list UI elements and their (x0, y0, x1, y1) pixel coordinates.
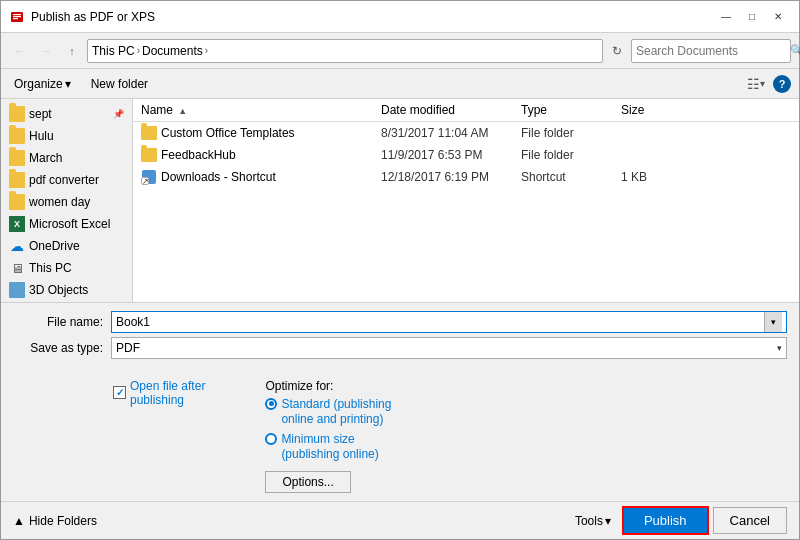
file-name-input-wrap: ▾ (111, 311, 787, 333)
file-list: Name ▲ Date modified Type Size Custom Of… (133, 99, 799, 302)
check-mark: ✓ (116, 387, 124, 398)
standard-radio-button[interactable] (265, 398, 277, 410)
file-name-label: Custom Office Templates (161, 126, 295, 140)
sidebar-item-excel[interactable]: X Microsoft Excel (1, 213, 132, 235)
save-as-type-select[interactable]: PDF ▾ (111, 337, 787, 359)
sidebar-item-label: Microsoft Excel (29, 217, 110, 231)
dialog-icon (9, 9, 25, 25)
hide-folders-button[interactable]: ▲ Hide Folders (13, 514, 97, 528)
sidebar-item-march[interactable]: March (1, 147, 132, 169)
sidebar-item-label: Hulu (29, 129, 54, 143)
sort-arrow-icon: ▲ (178, 106, 187, 116)
file-date-cell: 11/9/2017 6:53 PM (381, 148, 521, 162)
standard-radio-row: Standard (publishing online and printing… (265, 397, 391, 428)
folder-icon (9, 150, 25, 166)
view-button[interactable]: ☷ ▾ (747, 76, 765, 92)
minimize-button[interactable]: — (713, 6, 739, 28)
table-row[interactable]: FeedbackHub 11/9/2017 6:53 PM File folde… (133, 144, 799, 166)
file-name-dropdown-button[interactable]: ▾ (764, 312, 782, 332)
file-name-cell: FeedbackHub (141, 148, 381, 162)
minimum-radio-button[interactable] (265, 433, 277, 445)
column-size[interactable]: Size (621, 103, 681, 117)
hide-folders-label: Hide Folders (29, 514, 97, 528)
forward-button[interactable]: → (35, 40, 57, 62)
file-name-cell: ↗ Downloads - Shortcut (141, 169, 381, 185)
svg-rect-1 (13, 14, 21, 15)
sidebar-item-label: This PC (29, 261, 72, 275)
minimum-label2: (publishing online) (281, 447, 378, 463)
sidebar-item-pdf-converter[interactable]: pdf converter (1, 169, 132, 191)
onedrive-icon: ☁ (9, 238, 25, 254)
sidebar-item-thispc[interactable]: 🖥 This PC (1, 257, 132, 279)
footer: ▲ Hide Folders Tools ▾ Publish Cancel (1, 501, 799, 539)
sidebar-item-3d-objects[interactable]: 3D Objects (1, 279, 132, 301)
sidebar-item-women-day[interactable]: women day (1, 191, 132, 213)
save-as-type-value: PDF (116, 341, 777, 355)
dialog-publish-pdf: Publish as PDF or XPS — □ ✕ ← → ↑ This P… (0, 0, 800, 540)
search-icon: 🔍 (790, 44, 800, 57)
thispc-icon: 🖥 (9, 260, 25, 276)
excel-icon: X (9, 216, 25, 232)
publish-button[interactable]: Publish (622, 506, 709, 535)
dialog-title: Publish as PDF or XPS (31, 10, 713, 24)
refresh-button[interactable]: ↻ (607, 41, 627, 61)
bottom-form: File name: ▾ Save as type: PDF ▾ (1, 302, 799, 371)
file-list-header: Name ▲ Date modified Type Size (133, 99, 799, 122)
sidebar-item-label: women day (29, 195, 90, 209)
cancel-button[interactable]: Cancel (713, 507, 787, 534)
help-button[interactable]: ? (773, 75, 791, 93)
standard-label2: online and printing) (281, 412, 391, 428)
up-button[interactable]: ↑ (61, 40, 83, 62)
folder-icon (141, 126, 157, 140)
open-file-checkbox-wrap[interactable]: ✓ (113, 386, 126, 399)
standard-label: Standard (publishing (281, 397, 391, 413)
breadcrumb: This PC › Documents › (92, 44, 208, 58)
optimize-label: Optimize for: (265, 379, 391, 393)
sidebar-item-sept[interactable]: sept 📌 (1, 103, 132, 125)
open-after-label: Open file after (130, 379, 205, 393)
maximize-button[interactable]: □ (739, 6, 765, 28)
file-size-cell: 1 KB (621, 170, 681, 184)
breadcrumb-documents[interactable]: Documents (142, 44, 203, 58)
organize-button[interactable]: Organize ▾ (9, 74, 76, 94)
folder-icon (9, 106, 25, 122)
search-input[interactable] (636, 44, 786, 58)
sidebar-item-hulu[interactable]: Hulu (1, 125, 132, 147)
file-date-cell: 12/18/2017 6:19 PM (381, 170, 521, 184)
search-box: 🔍 (631, 39, 791, 63)
sidebar-item-label: sept (29, 107, 52, 121)
sidebar-item-onedrive[interactable]: ☁ OneDrive (1, 235, 132, 257)
close-button[interactable]: ✕ (765, 6, 791, 28)
address-bar: This PC › Documents › (87, 39, 603, 63)
folder-icon (141, 148, 157, 162)
minimum-label: Minimum size (281, 432, 378, 448)
file-date-cell: 8/31/2017 11:04 AM (381, 126, 521, 140)
title-bar-controls: — □ ✕ (713, 6, 791, 28)
save-as-type-row: Save as type: PDF ▾ (13, 337, 787, 359)
minimum-radio-row: Minimum size (publishing online) (265, 432, 391, 463)
sidebar-item-label: 3D Objects (29, 283, 88, 297)
column-date-modified[interactable]: Date modified (381, 103, 521, 117)
file-name-row: File name: ▾ (13, 311, 787, 333)
new-folder-button[interactable]: New folder (84, 74, 155, 94)
file-type-cell: File folder (521, 126, 621, 140)
table-row[interactable]: ↗ Downloads - Shortcut 12/18/2017 6:19 P… (133, 166, 799, 188)
file-name-input[interactable] (116, 315, 764, 329)
column-name[interactable]: Name ▲ (141, 103, 381, 117)
organize-chevron-icon: ▾ (65, 77, 71, 91)
open-file-checkbox[interactable]: ✓ (113, 386, 126, 399)
optimize-section: Optimize for: Standard (publishing onlin… (265, 379, 391, 493)
tools-button[interactable]: Tools ▾ (568, 509, 618, 533)
main-content: sept 📌 Hulu March pdf converter women da… (1, 99, 799, 302)
column-type[interactable]: Type (521, 103, 621, 117)
options-button[interactable]: Options... (265, 471, 350, 493)
file-name-label: FeedbackHub (161, 148, 236, 162)
open-after-section: ✓ Open file after publishing (113, 379, 205, 407)
breadcrumb-thispc[interactable]: This PC (92, 44, 135, 58)
back-button[interactable]: ← (9, 40, 31, 62)
pin-icon: 📌 (113, 109, 124, 119)
table-row[interactable]: Custom Office Templates 8/31/2017 11:04 … (133, 122, 799, 144)
svg-rect-2 (13, 16, 21, 17)
view-dropdown-icon: ▾ (760, 78, 765, 89)
nav-toolbar: ← → ↑ This PC › Documents › ↻ 🔍 (1, 33, 799, 69)
